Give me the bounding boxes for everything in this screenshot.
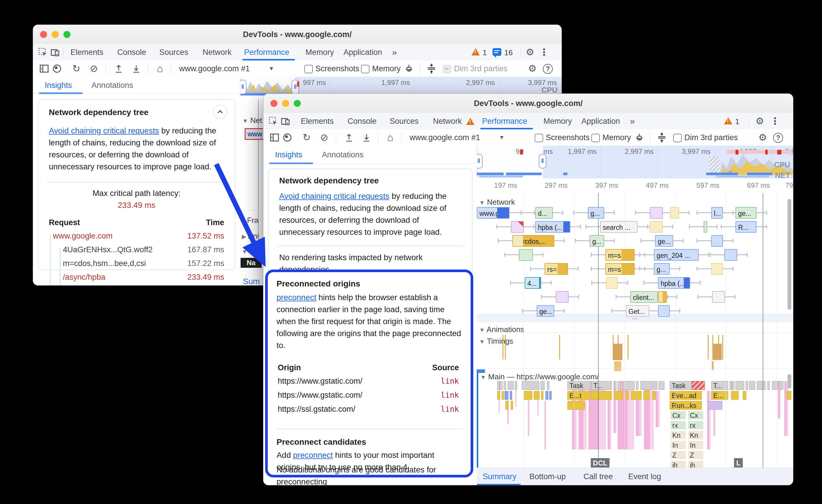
request-row[interactable]: www.google.com [53, 232, 112, 241]
flame-bar[interactable]: Run...ks [670, 401, 702, 410]
flame-bar[interactable] [504, 391, 508, 400]
tab-elements[interactable]: Elements [70, 44, 103, 60]
task-bar[interactable]: Task [567, 381, 591, 390]
network-request-bar[interactable]: 4... [525, 277, 541, 289]
network-request-bar[interactable] [556, 291, 568, 303]
network-request-bar[interactable] [712, 291, 725, 303]
panel-toggle-icon[interactable] [269, 132, 280, 143]
flame-bar[interactable]: ih [688, 460, 704, 467]
tab-insights[interactable]: Insights [45, 77, 72, 93]
origin-source[interactable]: link [424, 377, 459, 385]
task-bar[interactable] [730, 381, 732, 390]
task-bar[interactable] [653, 381, 658, 390]
tab-annotations[interactable]: Annotations [91, 77, 133, 93]
network-request-bar[interactable]: d... [535, 207, 553, 219]
collapse-icon[interactable] [426, 63, 436, 73]
timeline-overview[interactable]: 1,997 ms2,997 ms3,997 ms4,997 ms5,999ms‖… [477, 146, 793, 178]
home-icon[interactable]: ⌂ [154, 62, 166, 75]
task-bar[interactable] [746, 381, 748, 390]
network-request-bar[interactable] [519, 249, 533, 261]
task-bar[interactable] [508, 381, 514, 390]
avoid-chaining-link[interactable]: Avoid chaining critical requests [279, 192, 389, 201]
origin-source[interactable]: link [424, 391, 459, 399]
origin-row[interactable]: https://www.gstatic.com/ [278, 377, 363, 386]
tab-elements[interactable]: Elements [301, 113, 334, 129]
tab-memory[interactable]: Memory [306, 44, 334, 60]
frames-track-label[interactable]: Fra [247, 216, 259, 225]
flame-bar[interactable] [541, 391, 543, 400]
task-bar[interactable] [497, 381, 500, 390]
network-request-bar[interactable] [606, 277, 618, 289]
flame-bar[interactable] [511, 401, 513, 410]
download-icon[interactable] [362, 133, 372, 143]
flame-bar[interactable]: rx [688, 421, 704, 430]
task-bar[interactable] [767, 381, 770, 390]
network-request-bar[interactable]: ge... [655, 235, 673, 247]
summary-tab-partial[interactable]: Sum [243, 274, 260, 285]
network-request-bar[interactable]: www.g... [477, 207, 509, 219]
tab-event-log[interactable]: Event log [628, 468, 661, 485]
task-bar[interactable] [540, 381, 544, 390]
flame-bar[interactable] [534, 391, 540, 400]
memory-checkbox[interactable] [361, 65, 370, 73]
network-request-bar[interactable]: ge... [736, 207, 757, 219]
warning-icon[interactable] [471, 48, 480, 55]
tab-network[interactable]: Network [433, 113, 462, 129]
task-bar[interactable] [614, 381, 616, 390]
reload-icon[interactable]: ↻ [301, 131, 313, 144]
flame-bar[interactable] [549, 391, 551, 400]
tab-summary[interactable]: Summary [483, 468, 516, 485]
network-request-bar[interactable]: gen_204 ... [654, 249, 699, 261]
device-toolbar-icon[interactable] [50, 47, 60, 58]
tab-sources[interactable]: Sources [159, 44, 188, 60]
flame-bar[interactable]: In [688, 441, 704, 449]
flame-bar[interactable] [545, 391, 548, 400]
task-bar[interactable] [779, 381, 783, 390]
settings-gear-icon[interactable]: ⚙ [524, 46, 536, 59]
network-request-bar[interactable] [658, 291, 667, 303]
flame-bar[interactable] [497, 391, 500, 400]
target-selector[interactable]: www.google.com #1 [179, 60, 250, 77]
flame-bar[interactable]: rx [670, 421, 686, 430]
device-toolbar-icon[interactable] [280, 116, 291, 126]
flame-bar[interactable] [502, 391, 504, 400]
request-row[interactable]: /async/hpba [63, 273, 105, 282]
screenshots-checkbox[interactable] [304, 65, 313, 73]
flame-bar[interactable]: In [670, 441, 686, 449]
network-request-bar[interactable]: m=s... [605, 249, 635, 261]
task-bar[interactable] [500, 381, 502, 390]
panel-toggle-icon[interactable] [39, 63, 49, 74]
overview-drag-handle[interactable]: ‖ [477, 154, 483, 168]
tab-console[interactable]: Console [348, 113, 377, 129]
request-row[interactable]: 4UaGrENHsx...QtG.woff2 [63, 245, 152, 254]
network-request-bar[interactable]: ge... [537, 305, 554, 317]
network-request-bar[interactable] [658, 305, 670, 317]
tab-console[interactable]: Console [117, 44, 146, 60]
avoid-chaining-link[interactable]: Avoid chaining critical requests [49, 126, 159, 135]
network-request-bar[interactable]: m=cdos,... [512, 235, 554, 247]
flame-bar[interactable]: Cx [688, 411, 704, 420]
inspect-icon[interactable] [268, 116, 279, 126]
network-request-bar[interactable] [511, 221, 524, 233]
home-icon[interactable]: ⌂ [384, 131, 396, 144]
flame-bar[interactable]: Z [688, 451, 704, 459]
timings-track-label[interactable]: ▼ Ti [242, 247, 256, 256]
overview-drag-handle[interactable]: ‖ [240, 80, 247, 94]
track-area[interactable]: ▼ Network www.g...d...g...l...ge...hpba … [477, 193, 793, 467]
flame-bar[interactable]: E...t [567, 391, 591, 400]
task-bar[interactable] [736, 381, 744, 390]
flame-bar[interactable] [631, 391, 642, 400]
gc-brush-icon[interactable] [404, 63, 414, 74]
flame-bar[interactable] [567, 401, 585, 410]
tab-network[interactable]: Network [202, 44, 232, 60]
tab-sources[interactable]: Sources [390, 113, 419, 129]
preconnect-link[interactable]: preconnect [277, 293, 316, 302]
overview-drag-handle[interactable]: ‖ [539, 154, 546, 168]
flame-bar[interactable] [731, 391, 739, 400]
flame-bar[interactable] [510, 391, 512, 400]
task-bar[interactable] [772, 381, 778, 390]
flame-bar[interactable]: Kn [688, 431, 704, 439]
network-request-bar[interactable] [670, 207, 679, 219]
network-request-bar[interactable]: search ... [600, 221, 638, 233]
upload-icon[interactable] [344, 133, 355, 143]
